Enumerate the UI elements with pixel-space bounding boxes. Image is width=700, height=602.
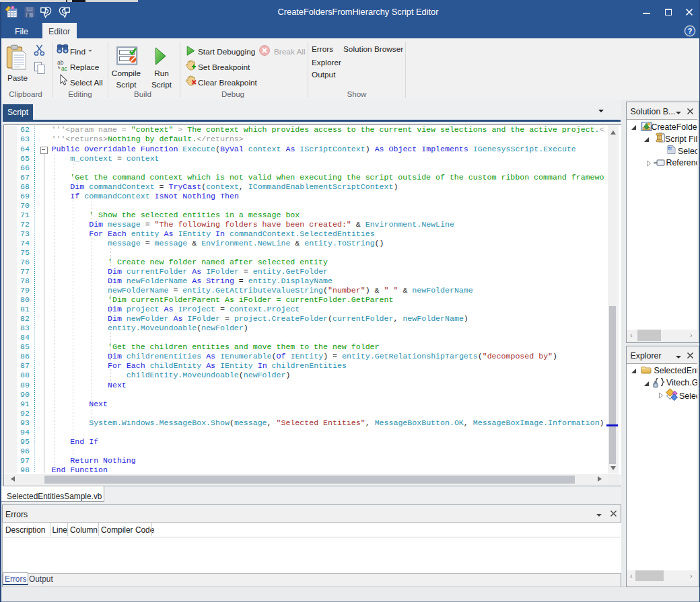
svg-text:?: ?	[687, 27, 692, 35]
svg-text:vb: vb	[668, 147, 672, 150]
